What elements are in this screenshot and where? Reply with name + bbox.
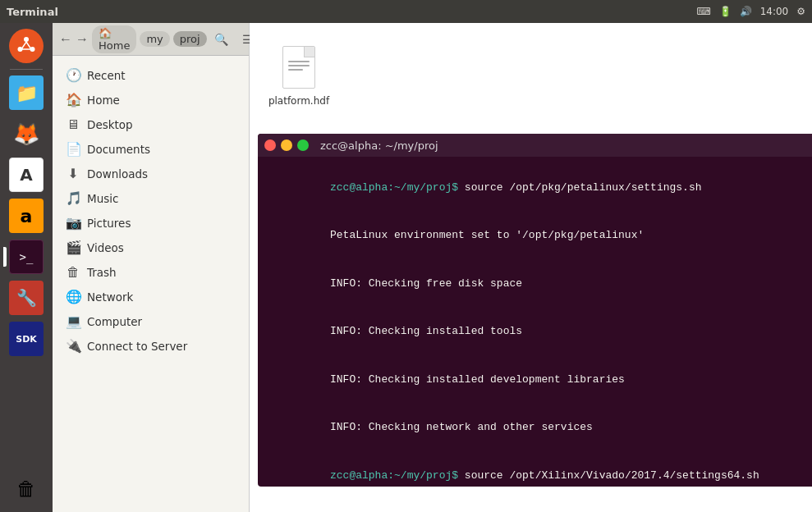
sidebar-item-network[interactable]: 🌐 Network [56,285,245,309]
trash-sidebar-icon: 🗑 [66,264,80,280]
term-line-3: INFO: Checking free disk space [266,259,812,308]
sidebar-item-computer[interactable]: 💻 Computer [56,309,245,333]
terminal-titlebar: zcc@alpha: ~/my/proj [258,134,812,157]
file-name-label: platform.hdf [268,95,329,107]
launcher-item-sdk[interactable]: SDK [7,319,46,359]
sidebar-label-trash: Trash [87,266,117,279]
sidebar-item-videos[interactable]: 🎬 Videos [56,235,245,259]
launcher-sidebar: 📁 🦊 A a >_ 🔧 SDK 🗑 [0,23,53,512]
sidebar-label-downloads: Downloads [87,167,148,181]
computer-icon: 💻 [66,313,80,329]
sidebar-label-desktop: Desktop [87,118,133,131]
sidebar-label-computer: Computer [87,315,142,328]
amazon-icon: a [9,199,44,233]
nav-bar: ← → 🏠 Home my proj 🔍 ☰ ⋯ [53,23,249,56]
sidebar-item-desktop[interactable]: 🖥 Desktop [56,112,245,136]
term-line-7: zcc@alpha:~/my/proj$ source /opt/Xilinx/… [266,451,812,487]
terminal-window: zcc@alpha: ~/my/proj zcc@alpha:~/my/proj… [258,134,812,487]
breadcrumb-home[interactable]: 🏠 Home [92,25,136,53]
breadcrumb-my[interactable]: my [140,31,169,47]
sidebar-label-recent: Recent [87,69,126,82]
network-icon: 🌐 [66,289,80,304]
sidebar-label-documents: Documents [87,143,150,156]
terminal-maximize-button[interactable] [297,139,309,151]
term-cmd-2: source /opt/Xilinx/Vivado/2017.4/setting… [458,469,759,482]
sidebar-label-network: Network [87,290,133,304]
file-icon [279,43,319,92]
file-page-lines [283,47,314,76]
launcher-item-fonts[interactable]: A [7,155,46,194]
file-item-platform-hdf[interactable]: platform.hdf [258,36,340,113]
file-manager: ← → 🏠 Home my proj 🔍 ☰ ⋯ 🕐 [53,23,250,512]
desktop-icon: 🖥 [66,117,80,132]
sidebar-item-music[interactable]: 🎵 Music [56,186,245,210]
battery-icon: 🔋 [719,6,732,17]
term-cmd-1: source /opt/pkg/petalinux/settings.sh [458,181,701,194]
back-button[interactable]: ← [59,28,72,51]
sidebar-item-recent[interactable]: 🕐 Recent [56,63,245,87]
launcher-divider-1 [10,69,43,70]
sidebar-label-home: Home [87,94,120,107]
term-output-4: INFO: Checking installed development lib… [330,373,625,386]
app-title: Terminal [7,6,58,18]
videos-icon: 🎬 [66,240,80,255]
launcher-item-trash-bin[interactable]: 🗑 [7,469,46,509]
sidebar-label-connect-server: Connect to Server [87,340,187,353]
trash-bin-icon: 🗑 [9,472,44,506]
sidebar-item-trash[interactable]: 🗑 Trash [56,260,245,284]
firefox-icon: 🦊 [9,117,44,151]
term-line-5: INFO: Checking installed development lib… [266,355,812,404]
terminal-minimize-button[interactable] [281,139,292,151]
top-bar: Terminal ⌨ 🔋 🔊 14:00 ⚙ [0,0,812,23]
sidebar-item-home[interactable]: 🏠 Home [56,88,245,112]
fonts-icon: A [9,158,44,192]
system-tray: ⌨ 🔋 🔊 14:00 ⚙ [696,6,805,17]
term-output-2: INFO: Checking free disk space [330,277,522,290]
breadcrumb: 🏠 Home my proj [92,25,207,53]
launcher-item-terminal[interactable]: >_ [7,237,46,277]
documents-icon: 📄 [66,141,80,157]
sidebar-label-videos: Videos [87,241,124,254]
launcher-item-wrench[interactable]: 🔧 [7,278,46,318]
launcher-item-files[interactable]: 📁 [7,73,46,112]
term-output-5: INFO: Checking network and other service… [330,421,593,433]
main-content: 📁 🦊 A a >_ 🔧 SDK 🗑 [0,23,812,512]
term-prompt-2: zcc@alpha:~/my/proj$ [330,469,458,482]
term-prompt-1: zcc@alpha:~/my/proj$ [330,181,458,194]
launcher-item-firefox[interactable]: 🦊 [7,114,46,153]
sdk-app-icon: SDK [9,322,44,356]
pictures-icon: 📷 [66,215,80,231]
launcher-item-ubuntu[interactable] [7,26,46,66]
launcher-item-amazon[interactable]: a [7,196,46,235]
wrench-app-icon: 🔧 [9,281,44,315]
sidebar-label-music: Music [87,192,118,205]
music-icon: 🎵 [66,190,80,206]
terminal-content[interactable]: zcc@alpha:~/my/proj$ source /opt/pkg/pet… [258,157,812,487]
sidebar-nav: 🕐 Recent 🏠 Home 🖥 Desktop 📄 Documents ⬇ … [53,56,249,512]
line-1 [288,61,310,62]
term-output-3: INFO: Checking installed tools [330,325,522,337]
terminal-app-icon: >_ [9,240,44,274]
files-icon: 📁 [9,75,44,110]
settings-icon[interactable]: ⚙ [796,6,805,17]
sidebar-item-documents[interactable]: 📄 Documents [56,137,245,161]
sidebar-label-pictures: Pictures [87,217,131,230]
search-button[interactable]: 🔍 [210,28,233,51]
forward-button[interactable]: → [76,28,89,51]
sidebar-item-pictures[interactable]: 📷 Pictures [56,211,245,235]
term-output-1: PetaLinux environment set to '/opt/pkg/p… [330,229,644,241]
right-panel: platform.hdf zcc@alpha: ~/my/proj zcc@al… [250,23,812,512]
line-3 [288,69,303,71]
downloads-icon: ⬇ [66,166,80,181]
sidebar-item-connect-server[interactable]: 🔌 Connect to Server [56,334,245,358]
terminal-close-button[interactable] [264,139,276,151]
terminal-title: zcc@alpha: ~/my/proj [320,139,438,152]
sidebar-item-downloads[interactable]: ⬇ Downloads [56,162,245,185]
time-display: 14:00 [760,6,789,17]
home-sidebar-icon: 🏠 [66,92,80,107]
breadcrumb-proj[interactable]: proj [173,31,207,47]
term-line-1: zcc@alpha:~/my/proj$ source /opt/pkg/pet… [266,163,812,212]
term-line-4: INFO: Checking installed tools [266,308,812,356]
file-page-shape [282,46,315,89]
recent-icon: 🕐 [66,67,80,83]
